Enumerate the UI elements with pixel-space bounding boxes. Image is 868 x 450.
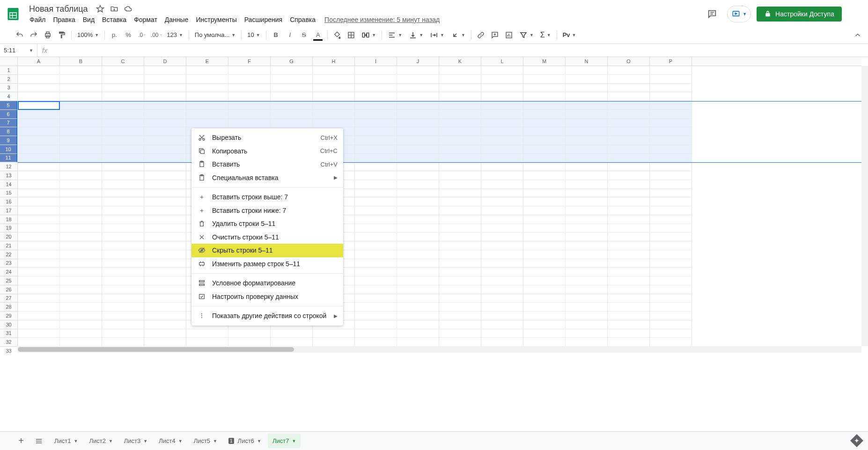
cell[interactable] [313,75,355,84]
cell[interactable] [355,241,397,250]
cell[interactable] [186,329,228,338]
vertical-scrollbar[interactable] [861,66,868,346]
cell[interactable] [60,75,102,84]
cell[interactable] [18,224,60,233]
cell[interactable] [60,162,102,171]
cell[interactable] [650,312,692,320]
cell[interactable] [650,101,692,110]
cell[interactable] [397,119,439,128]
cell[interactable] [608,232,650,241]
cell[interactable] [60,241,102,250]
cell[interactable] [397,294,439,303]
cell[interactable] [355,136,397,145]
cell[interactable] [102,180,144,189]
cell[interactable] [397,92,439,101]
cell[interactable] [60,101,102,110]
cell[interactable] [144,241,186,250]
cell[interactable] [439,92,481,101]
cell[interactable] [18,92,60,101]
col-header[interactable]: L [481,57,523,65]
cell[interactable] [102,268,144,276]
cell[interactable] [397,250,439,259]
cell[interactable] [650,276,692,285]
cell[interactable] [439,75,481,84]
row-header[interactable]: 31 [0,329,17,338]
cell[interactable] [313,66,355,75]
row-header[interactable]: 30 [0,320,17,329]
italic-icon[interactable]: I [283,29,296,42]
cell[interactable] [397,75,439,84]
cell[interactable] [608,66,650,75]
cell[interactable] [102,127,144,136]
row-header[interactable]: 33 [0,347,17,353]
cell[interactable] [355,303,397,312]
cell[interactable] [60,84,102,93]
cell[interactable] [397,329,439,338]
cell[interactable] [481,110,523,119]
cell[interactable] [481,224,523,233]
cell[interactable] [60,119,102,128]
cell[interactable] [397,312,439,320]
sheet-tab[interactable]: Лист7▼ [268,434,301,448]
cell[interactable] [566,285,608,294]
cell[interactable] [144,145,186,154]
menu-file[interactable]: Файл [26,15,49,24]
row-header[interactable]: 5 [0,101,17,110]
cell[interactable] [481,303,523,312]
cell[interactable] [566,136,608,145]
cell[interactable] [355,154,397,163]
cell[interactable] [144,303,186,312]
cell[interactable] [18,320,60,329]
cell[interactable] [439,250,481,259]
cell[interactable] [439,119,481,128]
cell[interactable] [355,197,397,206]
cell[interactable] [355,224,397,233]
cell[interactable] [523,180,566,189]
cell[interactable] [650,136,692,145]
cell[interactable] [608,224,650,233]
cell[interactable] [397,101,439,110]
cell[interactable] [523,127,566,136]
cell[interactable] [481,145,523,154]
row-header[interactable]: 14 [0,180,17,189]
row-header[interactable]: 20 [0,232,17,241]
cell[interactable] [144,268,186,276]
cell[interactable] [60,285,102,294]
increase-decimal-icon[interactable]: .00→ [150,29,163,42]
cell[interactable] [271,110,313,119]
cell[interactable] [18,84,60,93]
cell[interactable] [523,197,566,206]
cell[interactable] [60,206,102,215]
col-header[interactable]: C [102,57,144,65]
cell[interactable] [481,276,523,285]
pivoter-dropdown[interactable]: Pv▼ [560,29,579,42]
cell[interactable] [102,338,144,347]
col-header[interactable]: D [144,57,186,65]
sheet-tab[interactable]: 1Лист6▼ [224,434,266,448]
row-headers[interactable]: 1234567891011121314151617181920212223242… [0,66,18,346]
functions-dropdown[interactable]: Σ▼ [537,29,554,42]
cell[interactable] [18,171,60,180]
strikethrough-icon[interactable]: S [297,29,310,42]
cell[interactable] [650,197,692,206]
cell[interactable] [186,84,228,93]
cell[interactable] [18,241,60,250]
cell[interactable] [608,320,650,329]
cell[interactable] [355,312,397,320]
column-headers[interactable]: ABCDEFGHIJKLMNOP [18,57,861,66]
cell[interactable] [18,250,60,259]
cell[interactable] [355,329,397,338]
cell[interactable] [102,84,144,93]
cell[interactable] [566,171,608,180]
horizontal-scrollbar[interactable] [18,346,861,353]
cell[interactable] [18,136,60,145]
row-header[interactable]: 22 [0,250,17,259]
zoom-dropdown[interactable]: 100%▼ [74,29,102,42]
cell[interactable] [650,224,692,233]
row-header[interactable]: 2 [0,75,17,84]
col-header[interactable]: G [271,57,313,65]
cloud-status-icon[interactable] [124,4,133,14]
cell[interactable] [355,92,397,101]
menu-insert[interactable]: Вставка [99,15,130,24]
cell[interactable] [439,268,481,276]
